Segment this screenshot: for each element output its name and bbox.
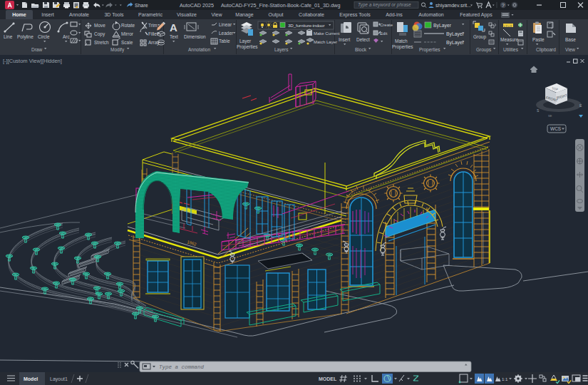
- svg-text:Dimension: Dimension: [184, 34, 206, 39]
- svg-text:WCS: WCS: [550, 126, 562, 131]
- svg-text:Create: Create: [380, 23, 393, 27]
- svg-text:Groups: Groups: [476, 47, 492, 53]
- svg-text:Fillet: Fillet: [148, 31, 158, 36]
- svg-text:Make Current: Make Current: [314, 31, 340, 36]
- svg-text:shiyamdev.srit...: shiyamdev.srit...: [435, 3, 471, 9]
- svg-text:Draw: Draw: [31, 47, 42, 52]
- svg-text:Table: Table: [219, 38, 230, 43]
- svg-text:AutoCAD 2025: AutoCAD 2025: [180, 2, 214, 9]
- svg-text:Arc: Arc: [63, 34, 71, 39]
- svg-text:Properties: Properties: [392, 44, 413, 50]
- svg-text:Edit: Edit: [380, 31, 388, 36]
- svg-text:ByLayer: ByLayer: [446, 31, 465, 37]
- svg-text:Type a command: Type a command: [159, 364, 205, 370]
- svg-text:Detect: Detect: [356, 37, 370, 42]
- svg-text:Properties: Properties: [237, 44, 258, 50]
- svg-text:Match: Match: [395, 38, 408, 43]
- svg-text:Rotate: Rotate: [121, 23, 135, 28]
- svg-text:Text: Text: [170, 34, 178, 39]
- svg-text:Layers: Layers: [274, 47, 289, 53]
- svg-text:[-][Custom View][Hidden]: [-][Custom View][Hidden]: [3, 58, 62, 64]
- svg-text:Stretch: Stretch: [94, 40, 109, 45]
- svg-text:Modify: Modify: [110, 47, 125, 53]
- svg-text:ByLayer: ByLayer: [433, 23, 452, 29]
- svg-text:Utilities: Utilities: [503, 47, 519, 52]
- svg-text:Trim: Trim: [148, 23, 158, 28]
- svg-text:Paste: Paste: [532, 37, 545, 42]
- svg-text:?: ?: [502, 2, 505, 9]
- svg-text:Model: Model: [24, 376, 38, 381]
- svg-text:Measure: Measure: [500, 37, 519, 42]
- svg-text:1:1: 1:1: [502, 377, 508, 381]
- svg-text:Mirror: Mirror: [121, 31, 134, 36]
- svg-text:Insert: Insert: [339, 37, 350, 42]
- svg-text:A: A: [170, 21, 177, 34]
- svg-text:View: View: [565, 47, 575, 52]
- svg-text:Copy: Copy: [94, 31, 105, 37]
- svg-text:Line: Line: [4, 34, 13, 39]
- svg-text:Circle: Circle: [38, 34, 50, 39]
- svg-text:Base: Base: [565, 37, 576, 42]
- svg-text:Scale: Scale: [121, 40, 133, 45]
- svg-text:E: E: [579, 103, 582, 108]
- svg-text:SE: SE: [548, 114, 552, 118]
- svg-text:Linear: Linear: [219, 22, 232, 27]
- svg-text:Type a keyword or phrase: Type a keyword or phrase: [358, 2, 411, 8]
- svg-text:AutoCAD-FY25_Fire-Station-Book: AutoCAD-FY25_Fire-Station-Book-Cafe_01_3…: [221, 2, 340, 9]
- svg-text:S: S: [537, 108, 540, 113]
- svg-text:Polyline: Polyline: [17, 34, 33, 40]
- svg-text:Group: Group: [473, 34, 486, 40]
- svg-text:Leader: Leader: [219, 31, 234, 36]
- svg-text:3D_furniture-indoor: 3D_furniture-indoor: [288, 23, 324, 28]
- svg-text:MODEL: MODEL: [319, 376, 337, 381]
- svg-text:Block: Block: [355, 47, 367, 52]
- svg-text:Layer: Layer: [239, 38, 252, 44]
- svg-text:Clipboard: Clipboard: [536, 47, 556, 53]
- svg-text:Share: Share: [135, 3, 148, 8]
- svg-text:Move: Move: [94, 23, 105, 28]
- svg-text:Match Layer: Match Layer: [314, 40, 337, 44]
- svg-text:Properties: Properties: [419, 47, 440, 53]
- svg-text:ByLayer: ByLayer: [446, 40, 465, 46]
- svg-text:Layout1: Layout1: [50, 376, 68, 382]
- svg-text:Annotation: Annotation: [188, 47, 210, 52]
